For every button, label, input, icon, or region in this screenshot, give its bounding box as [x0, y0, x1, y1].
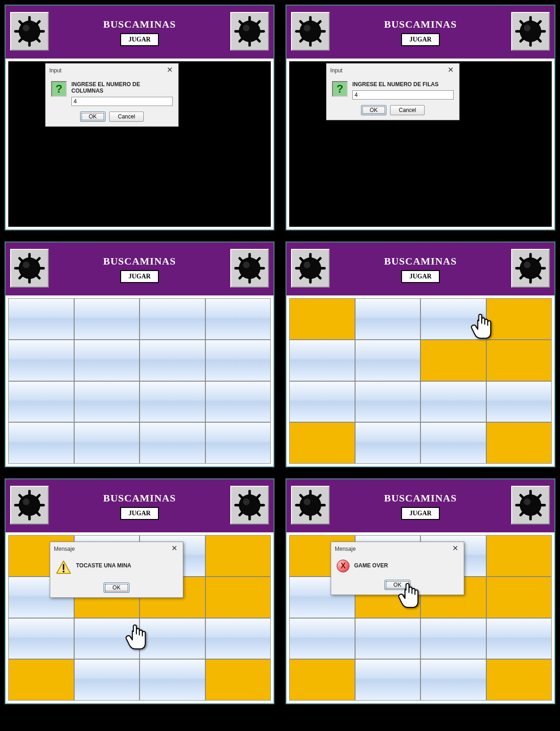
- error-icon: X: [337, 560, 350, 572]
- board-cell[interactable]: [8, 659, 74, 701]
- board-cell[interactable]: [140, 340, 205, 381]
- board-cell[interactable]: [205, 298, 271, 340]
- cancel-button[interactable]: Cancel: [390, 105, 425, 115]
- board-cell[interactable]: [74, 340, 140, 381]
- mine-icon: [291, 486, 330, 525]
- play-button[interactable]: JUGAR: [120, 270, 159, 283]
- board-cell[interactable]: [486, 618, 552, 660]
- board-cell[interactable]: [205, 381, 271, 423]
- board-cell[interactable]: [486, 659, 552, 701]
- dialog-message: GAME OVER: [354, 560, 458, 572]
- board-cell[interactable]: [205, 535, 271, 577]
- board-cell[interactable]: [355, 422, 421, 464]
- mine-icon: [511, 12, 550, 51]
- board-cell[interactable]: [355, 298, 421, 340]
- board-cell[interactable]: [140, 422, 205, 464]
- board-cell[interactable]: [74, 298, 140, 340]
- app-title: BUSCAMINAS: [103, 255, 176, 267]
- close-icon[interactable]: ✕: [445, 65, 455, 76]
- app-title: BUSCAMINAS: [103, 18, 176, 30]
- dialog-title: Input: [49, 67, 62, 74]
- play-button[interactable]: JUGAR: [401, 33, 440, 46]
- close-icon[interactable]: ✕: [169, 544, 179, 554]
- mine-icon: [10, 249, 49, 288]
- header: BUSCAMINASJUGAR: [6, 6, 274, 59]
- mine-icon: [10, 486, 49, 525]
- board-cell[interactable]: [486, 535, 552, 577]
- board-cell[interactable]: [289, 340, 355, 381]
- board-cell[interactable]: [355, 340, 421, 381]
- message-dialog: Mensaje✕XGAME OVEROK: [331, 542, 464, 595]
- board-cell[interactable]: [8, 298, 74, 340]
- board-cell[interactable]: [140, 618, 205, 660]
- game-panel: BUSCAMINASJUGARInput✕?INGRESE EL NUMERO …: [5, 5, 274, 230]
- board-cell[interactable]: [289, 381, 355, 423]
- board-cell[interactable]: [420, 298, 486, 340]
- ok-button[interactable]: OK: [80, 112, 105, 122]
- app-title: BUSCAMINAS: [103, 492, 176, 504]
- board-cell[interactable]: [420, 659, 486, 701]
- board-cell[interactable]: [486, 422, 552, 464]
- play-button[interactable]: JUGAR: [120, 33, 159, 46]
- board-cell[interactable]: [289, 422, 355, 464]
- board-cell[interactable]: [205, 659, 271, 701]
- input-dialog: Input✕?INGRESE EL NUMERO DE COLUMNASOKCa…: [45, 63, 179, 127]
- close-icon[interactable]: ✕: [450, 544, 460, 554]
- board-cell[interactable]: [355, 381, 421, 423]
- dialog-input[interactable]: [71, 97, 173, 106]
- mine-icon: [291, 249, 330, 288]
- board-cell[interactable]: [140, 659, 205, 701]
- board-cell[interactable]: [205, 618, 271, 660]
- board-cell[interactable]: [140, 298, 205, 340]
- board-cell[interactable]: [8, 422, 74, 464]
- cancel-button[interactable]: Cancel: [109, 112, 144, 122]
- dialog-input[interactable]: [352, 90, 454, 100]
- header: BUSCAMINASJUGAR: [286, 479, 554, 532]
- board-cell[interactable]: [289, 298, 355, 340]
- ok-button[interactable]: OK: [104, 583, 129, 593]
- board-cell[interactable]: [355, 618, 421, 660]
- board-cell[interactable]: [420, 340, 486, 381]
- game-board: [8, 298, 271, 464]
- board-cell[interactable]: [486, 340, 552, 381]
- board-cell[interactable]: [420, 618, 486, 660]
- board-cell[interactable]: [140, 381, 205, 423]
- board-cell[interactable]: [74, 659, 140, 701]
- board-cell[interactable]: [289, 659, 355, 701]
- board-cell[interactable]: [486, 298, 552, 340]
- board-cell[interactable]: [74, 381, 140, 423]
- app-title: BUSCAMINAS: [384, 18, 457, 30]
- ok-button[interactable]: OK: [361, 105, 386, 115]
- board-cell[interactable]: [8, 618, 74, 660]
- board-cell[interactable]: [74, 618, 140, 660]
- board-cell[interactable]: [486, 577, 552, 618]
- board-cell[interactable]: [74, 422, 140, 464]
- play-button[interactable]: JUGAR: [401, 270, 440, 283]
- mine-icon: [230, 249, 269, 288]
- board-cell[interactable]: [289, 618, 355, 660]
- dialog-message: TOCASTE UNA MINA: [76, 560, 177, 575]
- header: BUSCAMINASJUGAR: [286, 6, 554, 59]
- board-cell[interactable]: [355, 659, 421, 701]
- mine-icon: [10, 12, 49, 51]
- board-cell[interactable]: [8, 381, 74, 423]
- ok-button[interactable]: OK: [385, 580, 410, 590]
- message-dialog: Mensaje✕TOCASTE UNA MINAOK: [50, 542, 183, 598]
- header: BUSCAMINASJUGAR: [286, 242, 554, 295]
- input-dialog: Input✕?INGRESE EL NUMERO DE FILASOKCance…: [326, 63, 460, 120]
- app-title: BUSCAMINAS: [384, 255, 457, 267]
- play-button[interactable]: JUGAR: [120, 507, 159, 520]
- play-button[interactable]: JUGAR: [401, 507, 440, 520]
- close-icon[interactable]: ✕: [164, 65, 175, 76]
- board-cell[interactable]: [8, 340, 74, 381]
- board-cell[interactable]: [486, 381, 552, 423]
- board-cell[interactable]: [205, 340, 271, 381]
- mine-icon: [511, 486, 550, 525]
- board-cell[interactable]: [420, 381, 486, 423]
- board-cell[interactable]: [420, 422, 486, 464]
- board-cell[interactable]: [205, 577, 271, 618]
- mine-icon: [230, 12, 269, 51]
- dialog-prompt: INGRESE EL NUMERO DE COLUMNAS: [71, 81, 173, 94]
- board-cell[interactable]: [205, 422, 271, 464]
- header: BUSCAMINASJUGAR: [6, 479, 274, 532]
